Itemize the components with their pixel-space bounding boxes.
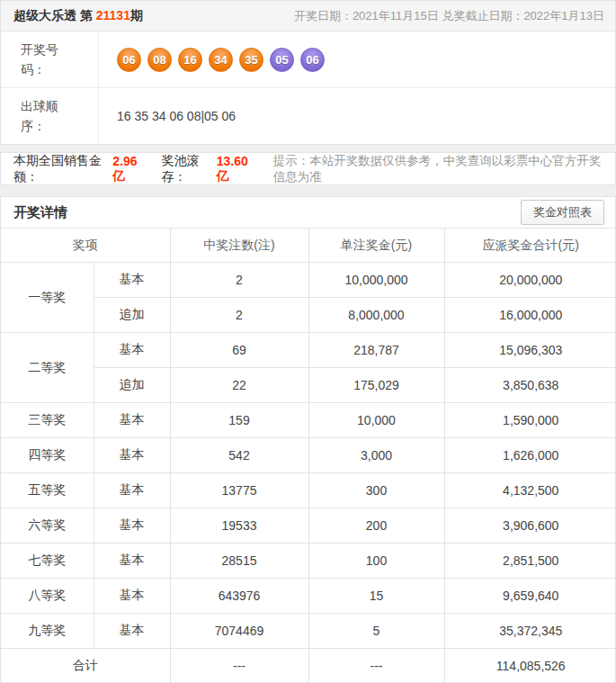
- prize-amount-cell: 200: [308, 508, 444, 544]
- winner-count-cell: 69: [170, 333, 308, 368]
- prize-amount-cell: 218,787: [308, 333, 444, 368]
- winner-count-cell: 542: [170, 438, 308, 473]
- prize-type-cell: 基本: [94, 263, 170, 298]
- prize-type-cell: 基本: [94, 473, 170, 508]
- winner-count-cell: 13775: [170, 473, 308, 508]
- prize-level-cell: 三等奖: [1, 403, 94, 438]
- prize-pool-value: 13.60亿: [217, 154, 255, 184]
- prize-table-row: 九等奖基本7074469535,372,345: [1, 614, 616, 649]
- ball-order-label: 出球顺序：: [1, 88, 98, 144]
- prize-amount-cell: 100: [308, 544, 444, 579]
- prize-table-row: 七等奖基本285151002,851,500: [1, 544, 616, 579]
- prize-amount-cell: 10,000,000: [308, 263, 444, 298]
- prize-table: 奖项中奖注数(注)单注奖金(元)应派奖金合计(元) 一等奖基本210,000,0…: [1, 228, 616, 683]
- prize-type-cell: 基本: [94, 544, 170, 579]
- back-ball: 06: [300, 48, 325, 72]
- prize-level-cell: 四等奖: [1, 438, 94, 473]
- sales-amount-label: 本期全国销售金额：: [13, 153, 112, 185]
- draw-date-info: 开奖日期：2021年11月15日 兑奖截止日期：2022年1月13日: [294, 8, 604, 24]
- ball-order-value: 16 35 34 06 08|05 06: [98, 88, 615, 144]
- total-amount-cell: 2,851,500: [444, 544, 616, 579]
- prize-pool-label: 奖池滚存：: [161, 153, 216, 185]
- lottery-title-prefix: 超级大乐透 第: [13, 8, 96, 22]
- ball-order-row: 出球顺序： 16 35 34 06 08|05 06: [1, 87, 615, 144]
- total-amount-cell: 16,000,000: [444, 298, 616, 333]
- total-amount-cell: 3,850,638: [444, 368, 616, 403]
- prize-amount-cell: 3,000: [308, 438, 444, 473]
- total-amount-cell: 1,626,000: [444, 438, 616, 473]
- drawn-numbers-balls: 06081634350506: [98, 31, 615, 87]
- front-ball: 08: [147, 48, 172, 72]
- details-title: 开奖详情: [13, 204, 67, 221]
- winner-count-cell: 2: [170, 298, 308, 333]
- draw-details-card: 开奖详情 奖金对照表 奖项中奖注数(注)单注奖金(元)应派奖金合计(元) 一等奖…: [0, 196, 616, 683]
- total-amount-cell: 1,590,000: [444, 403, 616, 438]
- prize-level-cell: 五等奖: [1, 473, 94, 508]
- front-ball: 06: [117, 48, 141, 72]
- prize-amount-cell: 8,000,000: [308, 298, 444, 333]
- prize-compare-button[interactable]: 奖金对照表: [521, 200, 604, 225]
- prize-table-row: 六等奖基本195332003,906,600: [1, 508, 616, 544]
- prize-type-cell: 基本: [94, 333, 170, 368]
- prize-table-row: 追加28,000,00016,000,000: [1, 298, 616, 333]
- prize-amount-cell: 5: [308, 614, 444, 649]
- column-header: 应派奖金合计(元): [444, 229, 616, 263]
- total-amount-cell: 9,659,640: [444, 579, 616, 614]
- front-ball: 34: [209, 48, 233, 72]
- lottery-title: 超级大乐透 第 21131期: [13, 8, 143, 24]
- prize-type-cell: 基本: [94, 614, 170, 649]
- prize-table-row: 五等奖基本137753004,132,500: [1, 473, 616, 508]
- column-header: 单注奖金(元): [308, 229, 444, 263]
- grand-total-cell: 114,085,526: [444, 649, 616, 683]
- drawn-numbers-label: 开奖号码：: [1, 31, 98, 87]
- prize-table-header-row: 奖项中奖注数(注)单注奖金(元)应派奖金合计(元): [1, 229, 616, 263]
- total-count-cell: ---: [170, 649, 308, 683]
- prize-type-cell: 追加: [94, 368, 170, 403]
- winner-count-cell: 643976: [170, 579, 308, 614]
- drawn-numbers-row: 开奖号码： 06081634350506: [1, 31, 615, 87]
- prize-table-row: 八等奖基本643976159,659,640: [1, 579, 616, 614]
- prize-table-row: 四等奖基本5423,0001,626,000: [1, 438, 616, 473]
- prize-amount-cell: 300: [308, 473, 444, 508]
- front-ball: 16: [178, 48, 202, 72]
- total-amount-cell: 4,132,500: [444, 473, 616, 508]
- total-amount-cell: 20,000,000: [444, 263, 616, 298]
- draw-result-card: 超级大乐透 第 21131期 开奖日期：2021年11月15日 兑奖截止日期：2…: [0, 0, 616, 145]
- winner-count-cell: 19533: [170, 508, 308, 544]
- prize-table-row: 追加22175,0293,850,638: [1, 368, 616, 403]
- draw-title-bar: 超级大乐透 第 21131期 开奖日期：2021年11月15日 兑奖截止日期：2…: [1, 1, 615, 31]
- prize-amount-cell: 15: [308, 579, 444, 614]
- winner-count-cell: 7074469: [170, 614, 308, 649]
- prize-type-cell: 追加: [94, 298, 170, 333]
- column-header: 中奖注数(注): [170, 229, 308, 263]
- prize-type-cell: 基本: [94, 438, 170, 473]
- winner-count-cell: 159: [170, 403, 308, 438]
- prize-type-cell: 基本: [94, 508, 170, 544]
- prize-amount-cell: 10,000: [308, 403, 444, 438]
- prize-table-row: 二等奖基本69218,78715,096,303: [1, 333, 616, 368]
- total-label-cell: 合计: [1, 649, 170, 683]
- prize-type-cell: 基本: [94, 579, 170, 614]
- details-section-header: 开奖详情 奖金对照表: [1, 197, 615, 228]
- prize-type-cell: 基本: [94, 403, 170, 438]
- back-ball: 05: [270, 48, 294, 72]
- prize-level-cell: 八等奖: [1, 579, 94, 614]
- prize-table-row: 三等奖基本15910,0001,590,000: [1, 403, 616, 438]
- total-amount-per-cell: ---: [308, 649, 444, 683]
- lottery-title-suffix: 期: [130, 8, 143, 22]
- total-amount-cell: 15,096,303: [444, 333, 616, 368]
- prize-level-cell: 九等奖: [1, 614, 94, 649]
- prize-table-row: 一等奖基本210,000,00020,000,000: [1, 263, 616, 298]
- winner-count-cell: 22: [170, 368, 308, 403]
- issue-number: 21131: [96, 8, 130, 22]
- disclaimer-tip: 提示：本站开奖数据仅供参考，中奖查询以彩票中心官方开奖信息为准: [273, 153, 603, 185]
- total-amount-cell: 3,906,600: [444, 508, 616, 544]
- prize-level-cell: 六等奖: [1, 508, 94, 544]
- prize-level-cell: 二等奖: [1, 333, 94, 403]
- prize-amount-cell: 175,029: [308, 368, 444, 403]
- total-amount-cell: 35,372,345: [444, 614, 616, 649]
- prize-level-cell: 七等奖: [1, 544, 94, 579]
- sales-amount-value: 2.96亿: [112, 154, 145, 184]
- winner-count-cell: 2: [170, 263, 308, 298]
- front-ball: 35: [239, 48, 263, 72]
